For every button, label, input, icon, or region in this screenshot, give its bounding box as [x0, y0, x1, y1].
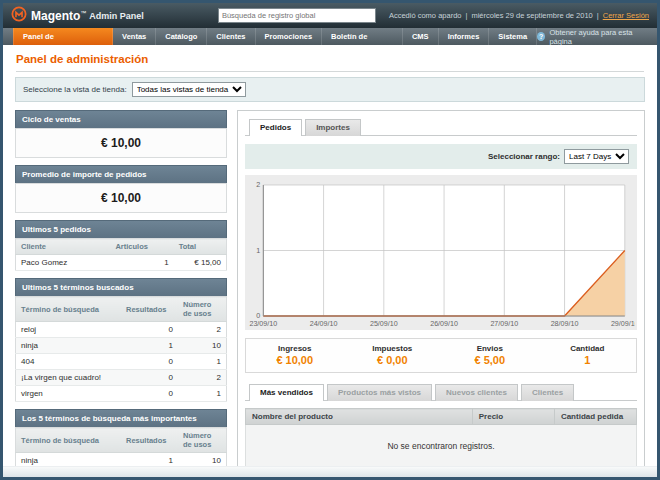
footer-strip	[3, 466, 657, 477]
box-title: Los 5 términos de búsqueda más important…	[15, 409, 227, 427]
box-title: Promedio de importe de pedidos	[15, 165, 227, 183]
table-cell: 1	[178, 386, 227, 402]
last-orders-box: Ultimos 5 pedidos Cliente Articulos Tota…	[15, 220, 227, 271]
box-title: Ultimos 5 términos buscados	[15, 278, 227, 296]
table-cell: 0	[121, 370, 178, 386]
total-envios: Envios € 5,00	[441, 344, 539, 366]
column-header: Resultados	[121, 428, 178, 453]
svg-text:26/09/10: 26/09/10	[430, 320, 458, 327]
page-content: Panel de administración Seleccione la vi…	[3, 45, 657, 466]
tab-mas-vendidos[interactable]: Más vendidos	[249, 384, 324, 401]
table-row[interactable]: ninja 1 10	[16, 338, 227, 354]
help-link-label: Obtener ayuda para esta página	[549, 28, 649, 46]
total-value: € 5,00	[441, 354, 539, 366]
top-search-terms-box: Los 5 términos de búsqueda más important…	[15, 409, 227, 466]
table-cell: 1	[178, 354, 227, 370]
nav-item-panel-de-administracion[interactable]: Panel de administración	[13, 28, 113, 45]
table-cell: virgen	[16, 386, 122, 402]
table-row[interactable]: ¡La virgen que cuadro! 0 2	[16, 370, 227, 386]
nav-item-cms[interactable]: CMS	[403, 28, 439, 45]
tab-clientes: Clientes	[521, 384, 574, 401]
store-view-bar: Seleccione la vista de tienda: Todas las…	[15, 77, 645, 102]
brand-subtitle: Admin Panel	[89, 11, 144, 21]
total-label: Impuestos	[344, 344, 442, 353]
global-search-input[interactable]	[218, 8, 376, 23]
range-select[interactable]: Last 7 Days	[564, 149, 629, 164]
table-cell: 10	[178, 338, 227, 354]
range-label: Seleccionar rango:	[488, 152, 560, 161]
last-search-terms-box: Ultimos 5 términos buscados Término de b…	[15, 278, 227, 402]
svg-text:28/09/10: 28/09/10	[551, 320, 579, 327]
nav-item-ventas[interactable]: Ventas	[113, 28, 156, 45]
total-ingresos: Ingresos € 10,00	[246, 344, 344, 366]
svg-text:24/09/10: 24/09/10	[310, 320, 338, 327]
last-orders-table: Cliente Articulos Total Paco Gomez 1 € 1…	[15, 238, 227, 271]
total-cantidad: Cantidad 1	[539, 344, 637, 366]
column-header: Número de usos	[178, 428, 227, 453]
tab-productos-mas-vistos: Productos más vistos	[327, 384, 432, 401]
table-cell: 0	[121, 386, 178, 402]
total-label: Cantidad	[539, 344, 637, 353]
table-row[interactable]: virgen 0 1	[16, 386, 227, 402]
column-header: Nombre del producto	[246, 409, 473, 425]
nav-item-promociones[interactable]: Promociones	[256, 28, 323, 45]
svg-text:1: 1	[256, 247, 260, 254]
total-value: 1	[539, 354, 637, 366]
box-title: Ultimos 5 pedidos	[15, 220, 227, 238]
main-nav: Panel de administración Ventas Catálogo …	[3, 28, 657, 45]
help-link[interactable]: ? Obtener ayuda para esta página	[537, 28, 649, 45]
nav-item-sistema[interactable]: Sistema	[489, 28, 537, 45]
table-cell: reloj	[16, 322, 122, 338]
table-cell: ninja	[16, 338, 122, 354]
total-label: Envios	[441, 344, 539, 353]
nav-item-informes[interactable]: Informes	[439, 28, 490, 45]
store-view-select[interactable]: Todas las vistas de tienda	[132, 82, 246, 97]
admin-window: Magento™ Admin Panel Accedió como apardo…	[0, 0, 660, 480]
brand-name: Magento™	[31, 9, 86, 23]
tab-importes[interactable]: Importes	[305, 119, 361, 136]
store-view-label: Seleccione la vista de tienda:	[23, 85, 127, 94]
orders-chart-container: 23/09/1024/09/1025/09/1026/09/1027/09/10…	[245, 175, 637, 330]
total-value: € 10,00	[246, 354, 344, 366]
empty-message: No se encontraron registros.	[246, 425, 637, 467]
table-row[interactable]: reloj 0 2	[16, 322, 227, 338]
column-header: Total	[174, 239, 227, 255]
nav-item-clientes[interactable]: Clientes	[207, 28, 255, 45]
table-cell: ninja	[16, 453, 122, 467]
table-cell: ¡La virgen que cuadro!	[16, 370, 122, 386]
bestsellers-grid: Nombre del producto Precio Cantidad pedi…	[245, 408, 637, 466]
table-row[interactable]: Paco Gomez 1 € 15,00	[16, 255, 227, 271]
lifetime-sales-value: € 10,00	[15, 128, 227, 158]
current-date: miércoles 29 de septiembre de 2010	[471, 11, 592, 20]
table-cell: 0	[121, 322, 178, 338]
dashboard-left-column: Ciclo de ventas € 10,00 Promedio de impo…	[15, 110, 227, 466]
total-impuestos: Impuestos € 0,00	[344, 344, 442, 366]
empty-row: No se encontraron registros.	[246, 425, 637, 467]
nav-item-catalogo[interactable]: Catálogo	[156, 28, 207, 45]
logout-link[interactable]: Cerrar Sesión	[603, 11, 649, 20]
table-cell: 2	[178, 370, 227, 386]
chart-tabs: Pedidos Importes	[245, 118, 637, 136]
total-label: Ingresos	[246, 344, 344, 353]
table-cell: 1	[121, 453, 178, 467]
tab-nuevos-clientes: Nuevos clientes	[435, 384, 518, 401]
column-header: Cliente	[16, 239, 111, 255]
column-header: Término de búsqueda	[16, 297, 122, 322]
table-row[interactable]: 404 0 1	[16, 354, 227, 370]
column-header: Cantidad pedida	[554, 409, 636, 425]
column-header: Término de búsqueda	[16, 428, 122, 453]
magento-logo[interactable]: Magento™ Admin Panel	[11, 6, 144, 26]
table-row[interactable]: ninja 1 10	[16, 453, 227, 467]
top-search-terms-table: Término de búsqueda Resultados Número de…	[15, 427, 227, 466]
grid-tabs: Más vendidos Productos más vistos Nuevos…	[245, 383, 637, 401]
svg-text:0: 0	[256, 313, 260, 320]
nav-item-boletin-de-noticias[interactable]: Boletín de noticias	[322, 28, 403, 45]
svg-text:25/09/10: 25/09/10	[370, 320, 398, 327]
table-cell: 1	[121, 338, 178, 354]
svg-text:29/09/10: 29/09/10	[611, 320, 635, 327]
magento-logo-icon	[11, 6, 27, 26]
separator: |	[597, 11, 599, 20]
column-header: Articulos	[110, 239, 173, 255]
help-icon: ?	[537, 32, 545, 41]
tab-pedidos[interactable]: Pedidos	[249, 119, 302, 136]
